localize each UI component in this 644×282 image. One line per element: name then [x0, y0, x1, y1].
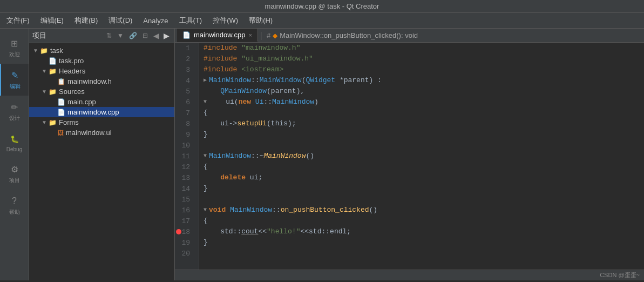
- tab-mainwindowcpp[interactable]: 📄 mainwindow.cpp ×: [177, 29, 258, 42]
- breadcrumb-path: MainWindow::on_pushButton_clicked(): voi…: [280, 31, 418, 39]
- sidebar-item-welcome[interactable]: ⊞ 欢迎: [0, 32, 29, 64]
- tree-item-headers[interactable]: ▼ 📁 Headers: [29, 66, 174, 76]
- line-num-3: 3: [175, 64, 194, 75]
- code-line-3: #include <iostream>: [204, 64, 644, 75]
- edit-icon: ✎: [9, 69, 21, 81]
- token-ui-6: ui(: [209, 97, 239, 108]
- token-brace-open-12: {: [204, 162, 208, 172]
- tree-item-mainwindowcpp[interactable]: 📄 mainwindow.cpp: [29, 107, 174, 117]
- menu-debug[interactable]: 调试(D): [106, 15, 134, 26]
- line-num-7: 7: [175, 108, 194, 118]
- token-str-18: "hello!": [267, 226, 300, 237]
- code-line-17: {: [204, 216, 644, 226]
- code-line-8: ui-> setupUi (this);: [204, 118, 644, 129]
- code-line-13: delete ui;: [204, 172, 644, 183]
- line-num-6: 6: [175, 97, 194, 108]
- token-stream2-18: <<std::endl;: [300, 226, 351, 237]
- token-scope-4: ::: [251, 75, 260, 86]
- tab-close-button[interactable]: ×: [248, 32, 252, 38]
- token-space-3: [237, 64, 241, 75]
- sidebar-item-edit[interactable]: ✎ 编辑: [0, 64, 29, 96]
- token-args-11: (): [306, 151, 314, 162]
- menu-edit[interactable]: 编辑(E): [38, 15, 66, 26]
- sidebar-label-projects: 项目: [9, 177, 20, 184]
- sidebar-label-welcome: 欢迎: [9, 51, 20, 58]
- token-fn-click: on_pushButton_clicked: [281, 205, 369, 216]
- header-icon-mainwindowh: 📋: [57, 78, 65, 85]
- fold-arrow-16[interactable]: ▼: [204, 205, 207, 216]
- token-space-2: [237, 53, 241, 64]
- tree-item-mainwindowui[interactable]: 🖼 mainwindow.ui: [29, 127, 174, 138]
- menu-controls[interactable]: 控件(W): [211, 15, 240, 26]
- token-include-2: #include: [204, 53, 237, 64]
- sidebar-item-debug[interactable]: 🐛 Debug: [0, 127, 29, 158]
- line-num-14: 14: [175, 183, 194, 194]
- tree-label-mainwindowh: mainwindow.h: [67, 77, 112, 85]
- code-content: #include "mainwindow.h" #include "ui_mai…: [199, 43, 644, 270]
- token-fn-dtor: MainWindow: [263, 151, 306, 162]
- menu-help[interactable]: 帮助(H): [247, 15, 275, 26]
- token-space-1: [237, 43, 241, 53]
- welcome-icon: ⊞: [9, 37, 21, 49]
- token-indent-13: [204, 172, 220, 183]
- token-indent-8: ui->: [204, 118, 237, 129]
- code-editor[interactable]: 1 2 3 4 5 6 7 8 9 10 11 12 13 14 15 16 1…: [175, 43, 644, 270]
- sidebar-item-help[interactable]: ? 帮助: [0, 190, 29, 221]
- menu-analyze[interactable]: Analyze: [141, 16, 170, 26]
- sync-button[interactable]: ⇅: [105, 31, 113, 41]
- tree-item-forms[interactable]: ▼ 📁 Forms: [29, 117, 174, 127]
- code-line-1: #include "mainwindow.h": [204, 43, 644, 53]
- tree-item-maincpp[interactable]: 📄 main.cpp: [29, 97, 174, 107]
- tree-item-taskpro[interactable]: 📄 task.pro: [29, 56, 174, 66]
- code-line-20: [204, 248, 644, 259]
- token-brace-open-17: {: [204, 216, 208, 226]
- title-bar: mainwindow.cpp @ task - Qt Creator: [0, 0, 644, 13]
- fold-arrow-4[interactable]: ▶: [204, 75, 207, 86]
- sidebar-item-design[interactable]: ✏ 设计: [0, 96, 29, 127]
- token-str-1: "mainwindow.h": [241, 43, 300, 53]
- tree-label-taskpro: task.pro: [59, 57, 84, 65]
- filter-button[interactable]: ▼: [116, 31, 125, 41]
- token-include-1: #include: [204, 43, 237, 53]
- cpp-icon-maincpp: 📄: [57, 98, 65, 106]
- link-button[interactable]: 🔗: [127, 31, 139, 41]
- tree-item-task[interactable]: ▼ 📁 task: [29, 45, 174, 56]
- nav-forward[interactable]: ▶: [162, 31, 171, 40]
- fold-arrow-6[interactable]: ▼: [204, 97, 207, 108]
- menu-tools[interactable]: 工具(T): [177, 15, 205, 26]
- line-num-16: 16: [175, 205, 194, 216]
- token-scope-16: ::: [272, 205, 281, 216]
- folder-icon-headers: 📁: [49, 68, 57, 75]
- token-brace-close-19: }: [204, 237, 208, 248]
- menu-build[interactable]: 构建(B): [72, 15, 100, 26]
- tree-item-mainwindowh[interactable]: 📋 mainwindow.h: [29, 76, 174, 86]
- folder-icon-forms: 📁: [49, 119, 57, 126]
- code-line-16: ▼ void MainWindow :: on_pushButton_click…: [204, 205, 644, 216]
- sidebar-label-help: 帮助: [9, 209, 20, 216]
- tree-label-sources: Sources: [59, 88, 85, 96]
- menu-file[interactable]: 文件(F): [4, 15, 32, 26]
- sidebar-item-projects[interactable]: ⚙ 项目: [0, 158, 29, 190]
- token-cls-mw5: MainWindow: [230, 205, 272, 216]
- code-line-9: }: [204, 129, 644, 140]
- code-line-14: }: [204, 183, 644, 194]
- code-line-11: ▼ MainWindow ::~ MainWindow (): [204, 151, 644, 162]
- tree-item-sources[interactable]: ▼ 📁 Sources: [29, 86, 174, 97]
- code-line-5: QMainWindow (parent),: [204, 86, 644, 97]
- tab-label: mainwindow.cpp: [194, 31, 245, 39]
- token-args-8: (this);: [267, 118, 296, 129]
- code-line-10: [204, 140, 644, 151]
- projects-icon: ⚙: [9, 163, 21, 175]
- token-cls-ui: Ui: [255, 97, 264, 108]
- token-close-6: ): [314, 97, 318, 108]
- tree-arrow-task: ▼: [31, 48, 40, 53]
- collapse-button[interactable]: ⊟: [141, 31, 150, 41]
- token-cout-18: cout: [241, 226, 258, 237]
- line-num-20: 20: [175, 248, 194, 259]
- token-args-16: (): [369, 205, 378, 216]
- token-space-16: [226, 205, 230, 216]
- line-num-10: 10: [175, 140, 194, 151]
- menu-bar: 文件(F) 编辑(E) 构建(B) 调试(D) Analyze 工具(T) 控件…: [0, 13, 644, 29]
- fold-arrow-11[interactable]: ▼: [204, 151, 207, 162]
- nav-back[interactable]: ◀: [152, 31, 161, 40]
